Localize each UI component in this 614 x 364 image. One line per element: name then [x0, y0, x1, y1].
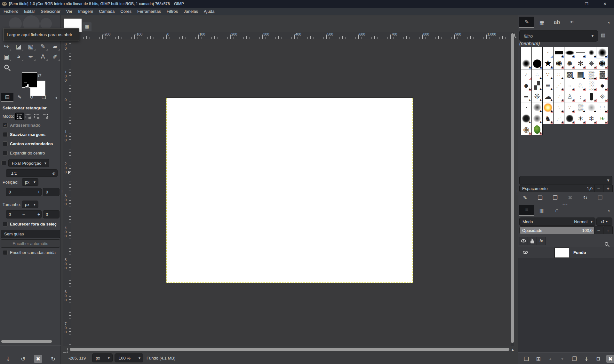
menu-ficheiro[interactable]: Ficheiro — [1, 8, 21, 15]
layers-list-empty-area[interactable] — [518, 258, 614, 352]
layer-visible-eye-icon[interactable] — [523, 251, 528, 254]
size-unit-dropdown[interactable]: px ▼ — [22, 201, 38, 208]
position-unit-dropdown[interactable]: px ▼ — [22, 178, 38, 186]
brush-item-tex1[interactable]: ❊+ — [532, 91, 542, 102]
spacing-plus-button[interactable]: + — [603, 185, 613, 192]
layer-row[interactable]: Fundo — [518, 247, 614, 258]
brush-option-dropdown[interactable]: ▼ — [519, 176, 612, 185]
brush-item-splat4[interactable]: ❋+ — [586, 58, 597, 69]
canvas-vscrollbar[interactable] — [511, 32, 514, 346]
brush-filter-input[interactable]: filtro ▼ — [519, 30, 598, 42]
brush-item-bar[interactable]: + — [554, 47, 564, 58]
brush-item-burst[interactable]: ✶+ — [575, 113, 586, 124]
raise-layer-icon[interactable]: ▲ — [546, 355, 554, 363]
selection-mode-intersect-button[interactable] — [41, 113, 49, 120]
scroll-up-icon[interactable]: ▲ — [511, 348, 514, 352]
brush-item-patch[interactable]: ▞+ — [532, 80, 542, 91]
layer-mode-dropdown[interactable]: Modo Normal ▼ — [519, 218, 595, 226]
guides-dropdown[interactable]: Sem guias — [1, 230, 60, 238]
brush-item-sun[interactable]: + — [543, 102, 553, 113]
brush-item-blob[interactable]: ●+ — [597, 80, 608, 91]
brush-item-wilber[interactable]: ◉+ — [521, 124, 531, 135]
text-tool-icon[interactable]: A — [37, 52, 48, 61]
edit-brush-icon[interactable]: ✎ — [522, 194, 529, 201]
brush-item-grain1[interactable]: ▒+ — [586, 69, 597, 80]
spacing-slider[interactable]: Espaçamento 1,0 — [519, 185, 594, 192]
brush-item-stroke[interactable]: ∕ — [521, 69, 531, 80]
opacity-minus-button[interactable]: − — [594, 226, 603, 234]
clear-icon[interactable]: ⊗ — [52, 171, 55, 176]
brush-item-dots[interactable]: ∷+ — [554, 69, 564, 80]
restore-button[interactable]: ❐ — [578, 0, 596, 8]
position-y-spinner[interactable]: 0 — [43, 188, 60, 196]
plus-icon[interactable]: + — [36, 212, 41, 217]
collapse-menu-icon[interactable]: ◂ — [608, 209, 610, 213]
brush-item-pepper[interactable]: + — [532, 124, 542, 135]
selection-mode-add-button[interactable] — [24, 113, 32, 120]
image-canvas[interactable] — [166, 98, 413, 283]
unit-dropdown[interactable]: px ▼ — [92, 353, 113, 362]
swap-colors-icon[interactable]: ⇄ — [38, 73, 42, 78]
brush-item-specks2[interactable]: ∵+ — [543, 69, 553, 80]
brush-item-star[interactable]: ★+ — [543, 58, 553, 69]
brush-item-dancers[interactable]: ♞+ — [543, 113, 553, 124]
hscrollbar-thumb[interactable] — [70, 348, 509, 351]
brush-item-grain2[interactable]: ▓+ — [597, 69, 608, 80]
fixed-checkbox[interactable] — [1, 161, 6, 165]
brush-item-specks1[interactable]: ∴+ — [532, 69, 542, 80]
menu-ajuda[interactable]: Ajuda — [201, 8, 217, 15]
highlight-checkbox[interactable] — [3, 222, 8, 226]
minus-icon[interactable]: − — [21, 212, 26, 217]
brush-item-grass[interactable]: ⋮⋮+ — [597, 102, 608, 113]
zoom-dropdown[interactable]: 100 % ▼ — [115, 353, 143, 362]
brush-item-pixel[interactable] — [521, 102, 531, 113]
brush-item-tinyx[interactable]: × — [543, 47, 553, 58]
brush-item-spiky[interactable]: ❄+ — [586, 113, 597, 124]
brush-item-specks3[interactable]: ∵+ — [554, 91, 564, 102]
collapse-menu-icon[interactable]: ◂ — [55, 96, 57, 100]
brush-item-softRing[interactable]: + — [521, 58, 531, 69]
mode-group-switch-button[interactable]: ↺ ▼ — [596, 218, 612, 226]
gradient-tool-icon[interactable]: ▧ — [25, 42, 36, 51]
brush-item-cells2[interactable]: ▦+ — [575, 69, 586, 80]
brush-item-flecks[interactable]: ⋰+ — [554, 80, 564, 91]
aspect-ratio-input[interactable]: 1:1 ⊗ — [6, 169, 58, 177]
brush-item-splat5[interactable]: ✺+ — [597, 58, 608, 69]
brush-item-specks5[interactable]: ∴+ — [554, 102, 564, 113]
panel-resize-grip[interactable]: ⋮⋮ — [60, 191, 62, 194]
size-height-spinner[interactable]: 0 — [43, 210, 60, 218]
plus-icon[interactable]: + — [36, 189, 41, 194]
toolopt-tab-tool-options[interactable]: ▤ — [1, 93, 13, 102]
zoom-tool-icon[interactable] — [1, 62, 12, 72]
canvas-hscrollbar[interactable] — [70, 348, 509, 351]
menu-ver[interactable]: Ver — [63, 8, 76, 15]
duplicate-layer-icon[interactable]: ❐ — [570, 355, 578, 363]
open-brush-as-image-icon[interactable]: ❒ — [597, 194, 604, 201]
expand-from-center-checkbox[interactable] — [3, 151, 8, 155]
close-image-icon[interactable]: ⊠ — [83, 22, 92, 31]
menu-cores[interactable]: Cores — [117, 8, 134, 15]
brush-item-dashes[interactable]: ≈+ — [564, 80, 575, 91]
position-x-spinner[interactable]: 0 −+ — [6, 188, 42, 196]
brush-item-disctex[interactable]: ●+ — [521, 80, 531, 91]
brush-item-specks6[interactable]: ∵+ — [564, 102, 575, 113]
brush-item-splat2[interactable]: ✹+ — [564, 58, 575, 69]
vscrollbar-thumb[interactable] — [511, 33, 514, 343]
panel-resize-grip[interactable]: ⋮⋮ — [515, 191, 517, 194]
search-layers-icon[interactable] — [605, 242, 608, 246]
paintbrush-tool-icon[interactable]: ✎ — [37, 42, 48, 51]
opacity-plus-button[interactable]: + — [603, 226, 613, 234]
brush-item-blob3[interactable]: + — [532, 113, 542, 124]
delete-preset-icon[interactable]: ✖ — [34, 355, 42, 363]
layer-thumbnail[interactable] — [554, 248, 569, 258]
transform-tool-icon[interactable]: ↪ — [1, 42, 12, 51]
minus-icon[interactable]: − — [21, 189, 26, 194]
menu-camada[interactable]: Camada — [96, 8, 117, 15]
menu-imagem[interactable]: Imagem — [75, 8, 96, 15]
reset-options-icon[interactable]: ↻ — [49, 355, 57, 363]
brush-item-noise[interactable]: ░+ — [586, 80, 597, 91]
restore-preset-icon[interactable]: ↺ — [19, 355, 27, 363]
brush-item-vine[interactable]: ❧+ — [597, 113, 608, 124]
brush-item-splat1[interactable]: ✺+ — [554, 58, 564, 69]
layers-tab-channels[interactable]: ▥ — [534, 205, 549, 216]
